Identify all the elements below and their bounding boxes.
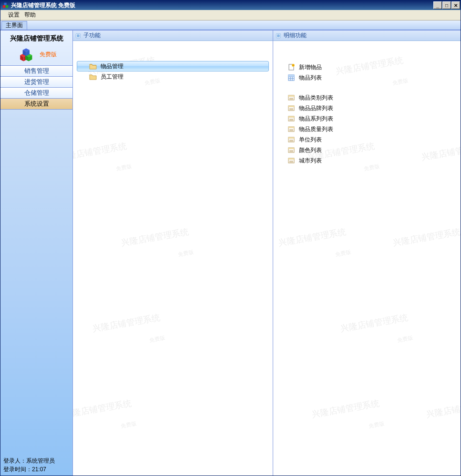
- menubar: 设置 帮助: [0, 10, 461, 20]
- detail-category-list[interactable]: 物品类别列表: [287, 92, 461, 103]
- detail-goods-list-label: 物品列表: [299, 74, 322, 82]
- svg-rect-37: [288, 137, 294, 139]
- sub-item-goods[interactable]: 物品管理: [77, 61, 269, 71]
- sidebar-logo-row: 免费版: [0, 45, 72, 66]
- sidebar-status: 登录人：系统管理员 登录时间：21:07: [0, 455, 72, 476]
- minimize-button[interactable]: _: [433, 1, 442, 9]
- tabstrip: 主界面: [0, 20, 461, 30]
- tab-main[interactable]: 主界面: [1, 21, 27, 30]
- nav-sales[interactable]: 销售管理: [0, 65, 72, 77]
- nav-storage[interactable]: 仓储管理: [0, 87, 72, 99]
- nav-settings[interactable]: 系统设置: [0, 98, 72, 110]
- main-area: 兴隆店铺管理系统 免费版 销售管理 进货管理 仓储管理 系统设置 登录人：系统管…: [0, 30, 461, 476]
- watermark-layer: 兴隆店铺管理系统 免费版 兴隆店铺管理系统 免费版 兴隆店铺管理系统 免费版 兴…: [73, 41, 273, 476]
- sub-functions-body: 兴隆店铺管理系统 免费版 兴隆店铺管理系统 免费版 兴隆店铺管理系统 免费版 兴…: [73, 41, 273, 476]
- form-icon: [287, 125, 295, 133]
- sub-functions-header: 子功能: [73, 30, 273, 41]
- new-document-icon: [287, 63, 295, 71]
- sub-functions-panel: 子功能 兴隆店铺管理系统 免费版 兴隆店铺管理系统 免费版 兴隆店铺管理系统 免…: [73, 30, 273, 476]
- svg-rect-0: [3, 5, 5, 8]
- sub-item-staff[interactable]: 员工管理: [77, 71, 269, 82]
- sub-functions-title: 子功能: [83, 31, 101, 40]
- folder-icon: [89, 63, 97, 70]
- window-title: 兴隆店铺管理系统 免费版: [11, 1, 433, 10]
- menu-help[interactable]: 帮助: [24, 11, 36, 19]
- titlebar: 兴隆店铺管理系统 免费版 _ □ ✕: [0, 0, 461, 10]
- form-icon: [287, 94, 295, 101]
- form-icon: [287, 157, 295, 164]
- detail-quality-list[interactable]: 物品质量列表: [287, 124, 461, 134]
- svg-rect-1: [6, 5, 8, 8]
- nav-purchase[interactable]: 进货管理: [0, 76, 72, 88]
- detail-group-1: 新增物品 物品列表: [287, 62, 461, 83]
- sidebar-title: 兴隆店铺管理系统: [0, 30, 72, 45]
- detail-unit-list-label: 单位列表: [299, 136, 322, 144]
- sub-item-staff-label: 员工管理: [101, 73, 123, 81]
- status-time-label: 登录时间：: [3, 466, 32, 473]
- detail-brand-list[interactable]: 物品品牌列表: [287, 103, 461, 113]
- detail-functions-header: 明细功能: [273, 30, 461, 41]
- detail-functions-title: 明细功能: [284, 31, 307, 40]
- window-buttons: _ □ ✕: [433, 0, 461, 10]
- status-time-value: 21:07: [32, 466, 46, 473]
- form-icon: [287, 104, 295, 112]
- svg-rect-29: [288, 116, 294, 118]
- status-user-row: 登录人：系统管理员: [3, 456, 70, 465]
- svg-rect-45: [288, 158, 294, 160]
- panel-bullet-icon: [76, 33, 81, 38]
- form-icon: [287, 146, 295, 154]
- svg-rect-21: [288, 95, 294, 97]
- panel-bullet-icon: [276, 33, 281, 38]
- status-time-row: 登录时间：21:07: [3, 465, 70, 474]
- detail-color-list[interactable]: 颜色列表: [287, 145, 461, 155]
- sidebar: 兴隆店铺管理系统 免费版 销售管理 进货管理 仓储管理 系统设置 登录人：系统管…: [0, 30, 73, 476]
- close-button[interactable]: ✕: [451, 1, 460, 9]
- detail-brand-list-label: 物品品牌列表: [299, 104, 333, 112]
- form-icon: [287, 115, 295, 122]
- cubes-icon: [17, 46, 34, 63]
- detail-category-list-label: 物品类别列表: [299, 94, 333, 102]
- detail-series-list-label: 物品系列列表: [299, 115, 333, 123]
- menu-settings[interactable]: 设置: [8, 11, 20, 19]
- sub-functions-list: 物品管理 员工管理: [73, 41, 273, 82]
- svg-rect-25: [288, 106, 294, 107]
- detail-series-list[interactable]: 物品系列列表: [287, 113, 461, 124]
- table-icon: [287, 74, 295, 81]
- detail-quality-list-label: 物品质量列表: [299, 125, 333, 133]
- sidebar-content-area: [0, 110, 72, 455]
- svg-rect-2: [4, 3, 7, 5]
- detail-city-list-label: 城市列表: [299, 157, 322, 165]
- detail-add-goods-label: 新增物品: [299, 63, 322, 71]
- detail-add-goods[interactable]: 新增物品: [287, 62, 461, 72]
- detail-color-list-label: 颜色列表: [299, 146, 322, 154]
- svg-rect-19: [288, 75, 294, 77]
- detail-functions-list: 新增物品 物品列表 物品类别列表: [273, 41, 461, 166]
- sub-item-goods-label: 物品管理: [101, 62, 123, 71]
- detail-functions-panel: 明细功能 兴隆店铺管理系统 免费版 兴隆店铺管理系统 免费版 兴隆店铺管理系统 …: [273, 30, 461, 476]
- detail-functions-body: 兴隆店铺管理系统 免费版 兴隆店铺管理系统 免费版 兴隆店铺管理系统 兴隆店铺管…: [273, 41, 461, 476]
- svg-rect-33: [288, 127, 294, 128]
- app-icon: [2, 2, 9, 9]
- detail-goods-list[interactable]: 物品列表: [287, 72, 461, 83]
- status-user-value: 系统管理员: [26, 457, 55, 464]
- free-version-label: 免费版: [40, 51, 57, 59]
- app-window: 兴隆店铺管理系统 免费版 _ □ ✕ 设置 帮助 主界面 兴隆店铺管理系统 免费…: [0, 0, 461, 476]
- maximize-button[interactable]: □: [442, 1, 451, 9]
- status-user-label: 登录人：: [3, 457, 26, 464]
- form-icon: [287, 136, 295, 143]
- detail-group-2: 物品类别列表 物品品牌列表 物品系列列表 物品质量列表: [287, 92, 461, 166]
- svg-rect-41: [288, 148, 294, 149]
- detail-city-list[interactable]: 城市列表: [287, 155, 461, 166]
- detail-unit-list[interactable]: 单位列表: [287, 134, 461, 145]
- folder-icon: [89, 73, 97, 80]
